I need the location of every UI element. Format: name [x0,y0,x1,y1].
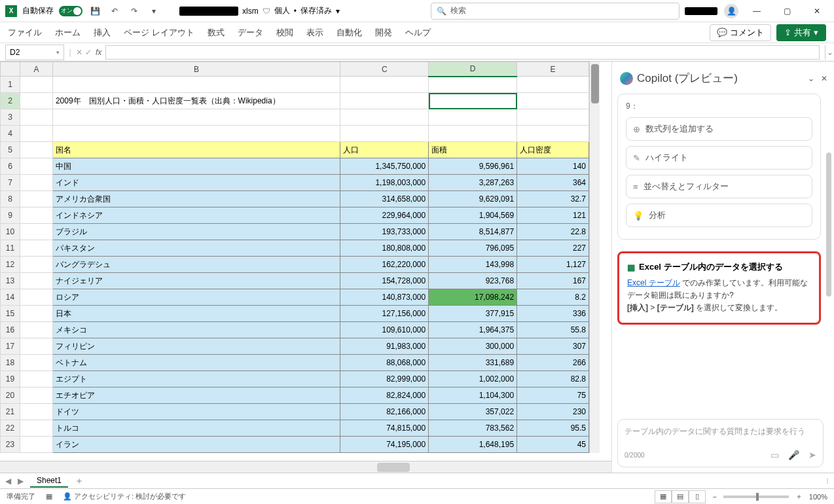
cell-A23[interactable] [20,437,52,453]
cell-C22[interactable]: 74,815,000 [340,420,429,437]
cell-C9[interactable]: 229,964,000 [340,207,429,224]
autosave-toggle[interactable]: オン [59,6,82,16]
cell-A16[interactable] [20,322,52,338]
cell-A22[interactable] [20,420,52,437]
row-header-13[interactable]: 13 [1,273,20,289]
cell-C18[interactable]: 88,068,000 [340,355,429,371]
cell-B2[interactable]: 2009年 国別人口・面積・人口密度一覧表（出典：Wikipedia） [52,93,340,109]
share-button[interactable]: ⇪共有▾ [776,24,826,41]
cell-D19[interactable]: 1,002,000 [429,371,517,387]
cell-C11[interactable]: 180,808,000 [340,240,429,257]
row-header-7[interactable]: 7 [1,175,20,191]
cell-D16[interactable]: 1,964,375 [429,322,517,338]
cell-B9[interactable]: インドネシア [52,207,340,224]
row-header-11[interactable]: 11 [1,240,20,257]
cell-E3[interactable] [517,109,589,126]
cell-D2[interactable] [429,93,517,109]
row-header-1[interactable]: 1 [1,77,20,93]
cell-A6[interactable] [20,158,52,175]
tab-automate[interactable]: 自動化 [336,27,362,39]
cell-E15[interactable]: 336 [517,306,589,322]
chevron-down-icon[interactable]: ▾ [56,49,60,56]
row-header-18[interactable]: 18 [1,355,20,371]
row-header-4[interactable]: 4 [1,126,20,142]
cell-A8[interactable] [20,191,52,207]
cell-E5[interactable]: 人口密度 [517,142,589,158]
row-header-6[interactable]: 6 [1,158,20,175]
zoom-level[interactable]: 100% [809,493,827,501]
cell-A20[interactable] [20,387,52,404]
cell-C15[interactable]: 127,156,000 [340,306,429,322]
cell-A2[interactable] [20,93,52,109]
macro-icon[interactable]: ▦ [46,492,52,501]
cell-B3[interactable] [52,109,340,126]
cell-A14[interactable] [20,289,52,306]
cell-E6[interactable]: 140 [517,158,589,175]
fx-icon[interactable]: fx [96,48,101,57]
cell-E22[interactable]: 95.5 [517,420,589,437]
close-icon[interactable]: ✕ [821,74,827,83]
col-header-C[interactable]: C [340,62,429,77]
cell-C5[interactable]: 人口 [340,142,429,158]
accessibility-status[interactable]: 👤 アクセシビリティ: 検討が必要です [63,492,186,501]
view-page-break-button[interactable]: ▯ [689,490,706,503]
chevron-down-icon[interactable]: ⌄ [808,74,814,83]
tab-view[interactable]: 表示 [306,27,323,39]
cell-E20[interactable]: 75 [517,387,589,404]
cell-C4[interactable] [340,126,429,142]
undo-icon[interactable]: ↶ [107,4,122,18]
row-header-12[interactable]: 12 [1,257,20,273]
cell-D17[interactable]: 300,000 [429,338,517,355]
copilot-input[interactable]: テーブル内のデータに関する質問または要求を行う 0/2000 ▭ 🎤 ➤ [617,419,824,467]
accept-formula-icon[interactable]: ✓ [85,48,92,57]
cell-C19[interactable]: 82,999,000 [340,371,429,387]
tab-help[interactable]: ヘルプ [405,27,431,39]
cancel-formula-icon[interactable]: ✕ [76,48,82,57]
cell-B7[interactable]: インド [52,175,340,191]
row-header-16[interactable]: 16 [1,322,20,338]
suggestion-add-formula[interactable]: ⊕数式列を追加する [626,117,812,141]
cell-A12[interactable] [20,257,52,273]
cell-B23[interactable]: イラン [52,437,340,453]
cell-B12[interactable]: バングラデシュ [52,257,340,273]
close-button[interactable]: ✕ [805,1,829,21]
cell-A5[interactable] [20,142,52,158]
cell-B22[interactable]: トルコ [52,420,340,437]
cell-B11[interactable]: パキスタン [52,240,340,257]
cell-C7[interactable]: 1,198,003,000 [340,175,429,191]
cell-E19[interactable]: 82.8 [517,371,589,387]
row-header-10[interactable]: 10 [1,224,20,240]
col-header-B[interactable]: B [52,62,340,77]
book-icon[interactable]: ▭ [771,450,779,460]
formula-expand-icon[interactable]: ⌄ [825,45,834,60]
row-header-8[interactable]: 8 [1,191,20,207]
cell-B4[interactable] [52,126,340,142]
row-header-14[interactable]: 14 [1,289,20,306]
tab-developer[interactable]: 開発 [375,27,392,39]
cell-C6[interactable]: 1,345,750,000 [340,158,429,175]
worksheet-grid[interactable]: ABCDE122009年 国別人口・面積・人口密度一覧表（出典：Wikipedi… [0,62,611,461]
col-header-E[interactable]: E [517,62,589,77]
cell-E4[interactable] [517,126,589,142]
cell-C2[interactable] [340,93,429,109]
cell-B8[interactable]: アメリカ合衆国 [52,191,340,207]
tab-insert[interactable]: 挿入 [94,27,111,39]
row-header-21[interactable]: 21 [1,404,20,420]
zoom-in-button[interactable]: ＋ [795,492,803,501]
horizontal-scrollbar[interactable] [0,461,611,473]
cell-B15[interactable]: 日本 [52,306,340,322]
cell-D8[interactable]: 9,629,091 [429,191,517,207]
cell-E11[interactable]: 227 [517,240,589,257]
cell-B10[interactable]: ブラジル [52,224,340,240]
qat-customize-icon[interactable]: ▾ [147,4,161,18]
comments-button[interactable]: 💬コメント [710,24,771,41]
cell-B13[interactable]: ナイジェリア [52,273,340,289]
cell-D18[interactable]: 331,689 [429,355,517,371]
tab-data[interactable]: データ [238,27,263,39]
excel-table-link[interactable]: Excel テーブル [627,278,680,287]
view-normal-button[interactable]: ▦ [655,490,672,503]
cell-B21[interactable]: ドイツ [52,404,340,420]
cell-E21[interactable]: 230 [517,404,589,420]
cell-D10[interactable]: 8,514,877 [429,224,517,240]
save-icon[interactable]: 💾 [88,4,102,18]
